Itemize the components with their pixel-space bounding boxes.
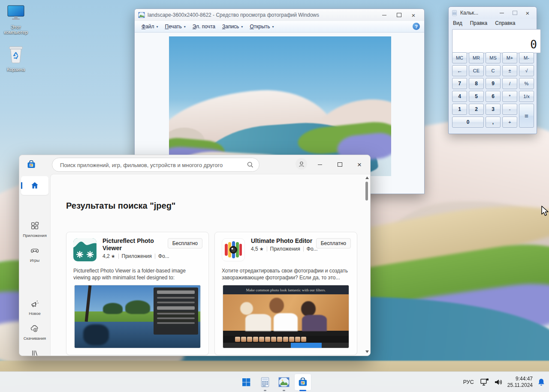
minimize-button[interactable] (310, 155, 330, 174)
calc-key-decimal[interactable]: , (486, 117, 501, 128)
sidebar-item-apps[interactable]: Приложения (19, 221, 50, 238)
menu-email[interactable]: Эл. почта (189, 22, 219, 31)
calc-key-6[interactable]: 6 (486, 91, 501, 102)
close-button[interactable]: × (406, 9, 421, 21)
calc-key-equals[interactable]: = (519, 104, 534, 128)
desktop: Этот компьютер Корзина landscape-3600x24… (0, 0, 549, 392)
search-input[interactable] (59, 158, 245, 172)
calc-key-2[interactable]: 2 (469, 104, 484, 115)
menu-open[interactable]: Открыть (246, 22, 277, 31)
calculator-display: 0 (452, 29, 541, 53)
start-button[interactable] (238, 374, 255, 391)
store-sidebar: Приложения Игры Новое (19, 174, 50, 356)
photo-viewer-titlebar[interactable]: landscape-3600x2400-8622 - Средство прос… (135, 9, 424, 21)
calc-key-mminus[interactable]: M- (519, 52, 534, 63)
menu-burn[interactable]: Запись (219, 22, 246, 31)
scroll-up-arrow[interactable] (365, 177, 369, 179)
calc-key-mc[interactable]: MC (452, 52, 467, 63)
window-title: landscape-3600x2400-8622 - Средство прос… (148, 12, 377, 18)
recycle-bin-icon (8, 44, 24, 64)
photo-viewer-app-icon (138, 12, 145, 18)
calc-key-8[interactable]: 8 (469, 78, 484, 89)
calculator-icon (259, 377, 271, 388)
taskbar-store-button[interactable] (294, 374, 311, 391)
calc-key-multiply[interactable]: * (502, 91, 517, 102)
store-titlebar[interactable]: × (19, 155, 370, 174)
scrollbar[interactable] (365, 177, 369, 353)
calc-key-negate[interactable]: ± (502, 65, 517, 76)
notification-bell-icon[interactable] (537, 378, 546, 386)
calc-key-sqrt[interactable]: √ (519, 65, 534, 76)
maximize-button[interactable] (392, 9, 406, 21)
calc-key-plus[interactable]: + (502, 117, 517, 128)
sidebar-item-library[interactable]: Библиотека (19, 349, 50, 356)
scrollbar-thumb[interactable] (365, 182, 368, 200)
this-pc-icon (6, 4, 25, 21)
language-indicator[interactable]: РУС (462, 379, 476, 385)
calc-key-1[interactable]: 1 (452, 104, 467, 115)
help-icon[interactable]: ? (413, 23, 420, 30)
taskbar-clock[interactable]: 9:44:47 25.11.2024 (507, 376, 533, 389)
app-card-pictureflect[interactable]: Pictureflect Photo Viewer 4,2 Приложения… (66, 232, 209, 355)
desktop-icon-label: Этот компьютер (0, 24, 31, 35)
calc-key-c[interactable]: C (486, 65, 501, 76)
close-button[interactable]: × (350, 155, 369, 174)
screenshot-toolbar (223, 343, 349, 348)
account-avatar[interactable] (296, 158, 307, 170)
calc-key-3[interactable]: 3 (486, 104, 501, 115)
menu-print[interactable]: Печать (162, 22, 189, 31)
menu-view[interactable]: Вид (453, 20, 462, 26)
store-search-box[interactable] (52, 158, 259, 172)
maximize-button[interactable] (508, 8, 521, 18)
calc-key-ce[interactable]: CE (469, 65, 484, 76)
maximize-button[interactable] (330, 155, 350, 174)
calc-key-7[interactable]: 7 (452, 78, 467, 89)
ultimate-photo-editor-app-icon (222, 238, 245, 261)
close-button[interactable]: × (521, 8, 534, 18)
calc-key-mplus[interactable]: M+ (502, 52, 517, 63)
minimize-button[interactable] (377, 9, 392, 21)
app-title: Pictureflect Photo Viewer (103, 237, 172, 252)
volume-icon[interactable] (494, 378, 503, 386)
megaphone-icon (30, 299, 39, 308)
sidebar-item-downloads[interactable]: Скачивания (19, 324, 50, 341)
menu-help[interactable]: Справка (495, 20, 515, 26)
calc-key-reciprocal[interactable]: 1/x (519, 91, 534, 102)
taskbar-calculator-button[interactable] (256, 374, 274, 391)
calculator-titlebar[interactable]: Кальк... × (449, 7, 537, 19)
calc-key-9[interactable]: 9 (486, 78, 501, 89)
price-badge[interactable]: Бесплатно (168, 238, 202, 248)
calc-key-0[interactable]: 0 (452, 117, 484, 128)
calculator-running-indicator (264, 390, 266, 391)
desktop-icon-this-pc[interactable]: Этот компьютер (0, 4, 31, 35)
desktop-icon-recycle-bin[interactable]: Корзина (0, 44, 31, 72)
calc-key-mr[interactable]: MR (469, 52, 484, 63)
screenshot-settings-panel (154, 287, 198, 335)
scroll-down-arrow[interactable] (365, 350, 369, 353)
calc-key-percent[interactable]: % (519, 78, 534, 89)
calc-key-backspace[interactable]: ← (452, 65, 467, 76)
app-card-ultimate-photo-editor[interactable]: Ultimate Photo Editor 4,5 Приложения Фо.… (214, 232, 357, 355)
calc-key-5[interactable]: 5 (469, 91, 484, 102)
person-icon (298, 160, 305, 168)
calc-key-minus[interactable]: - (502, 104, 517, 115)
clock-date: 25.11.2024 (507, 382, 533, 389)
cloud-download-icon (30, 324, 40, 333)
calc-key-4[interactable]: 4 (452, 91, 467, 102)
sidebar-item-home[interactable] (21, 176, 48, 195)
home-icon (30, 181, 39, 190)
mouse-cursor (540, 206, 549, 217)
sidebar-item-games[interactable]: Игры (19, 246, 50, 263)
menu-file[interactable]: Файл (138, 22, 162, 31)
store-icon (297, 377, 308, 388)
calc-key-divide[interactable]: / (502, 78, 517, 89)
calc-key-ms[interactable]: MS (486, 52, 501, 63)
price-badge[interactable]: Бесплатно (316, 238, 351, 248)
menu-edit[interactable]: Правка (470, 20, 488, 26)
taskbar-photo-viewer-button[interactable] (275, 374, 293, 391)
network-icon[interactable] (480, 378, 489, 386)
minimize-button[interactable] (495, 8, 508, 18)
search-icon (247, 161, 254, 168)
app-screenshot: Make common photo look fantastic with ou… (223, 285, 349, 348)
sidebar-item-whats-new[interactable]: Новое (19, 299, 50, 316)
